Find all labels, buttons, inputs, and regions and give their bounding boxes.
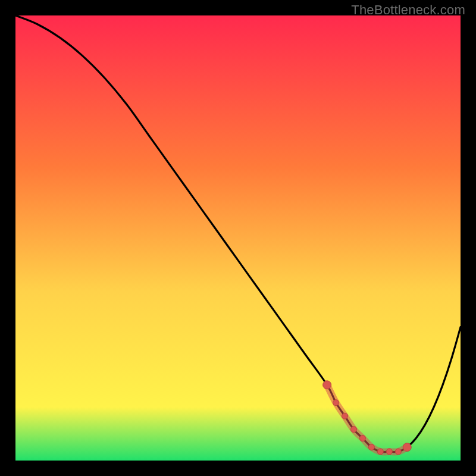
chart-frame: TheBottleneck.com xyxy=(0,0,476,476)
optimal-marker xyxy=(368,444,374,450)
optimal-marker xyxy=(386,449,392,455)
optimal-marker xyxy=(377,449,383,455)
watermark-text: TheBottleneck.com xyxy=(351,2,465,18)
optimal-marker xyxy=(350,427,356,433)
optimal-marker xyxy=(395,449,401,455)
optimal-marker xyxy=(323,381,331,389)
optimal-marker xyxy=(359,436,365,441)
optimal-marker xyxy=(403,443,411,452)
gradient-background xyxy=(15,15,461,461)
optimal-marker xyxy=(342,413,348,419)
plot-area xyxy=(15,15,461,461)
chart-svg xyxy=(15,15,461,461)
optimal-marker xyxy=(333,400,339,406)
